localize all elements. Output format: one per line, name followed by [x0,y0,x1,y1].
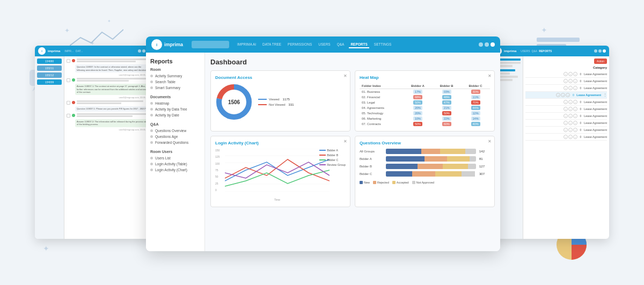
q-row-bidder-c: Bidder C 307 [360,171,490,177]
q-legend-new: New [360,181,370,184]
logo-icon: i [151,39,162,50]
nav-item-permissions[interactable]: PERMISSIONS [286,41,313,48]
sidebar-section-documents-title: Documents [150,95,200,99]
sidebar-item-activity-data-tree[interactable]: Activity by Data Tree [150,106,200,112]
heat-map-close[interactable]: ✕ [488,74,492,78]
right-nav-bar: i imprima USERS Q&A REPORTS [491,46,609,56]
svg-rect-0 [537,38,580,42]
nav-item-data-tree[interactable]: DATA TREE [261,41,283,48]
sidebar-item-heatmap[interactable]: Heatmap [150,100,200,106]
left-btn-1[interactable]: 134680 [37,59,62,64]
left-btn-3[interactable]: 133212 [37,72,62,78]
left-btn-2[interactable]: 133211 [37,65,62,71]
login-chart: 150 125 100 75 50 25 0 [215,149,346,202]
chart-svg-area [225,149,330,192]
legend-not-viewed-value: 331 [289,103,294,106]
donut-value: 1506 [228,99,240,105]
nav-item-users[interactable]: USERS [317,41,332,48]
q-row-all: All Groups 142 [360,149,490,154]
questions-overview-title: Questions Overview [360,141,490,145]
right-content: Action Category ○ ○ ○ 0 Lease Agreement … [491,56,609,239]
legend-viewed: Viewed 1175 [258,98,294,101]
nav-item-imprima-ai[interactable]: IMPRIMA AI [236,41,258,48]
left-logo: i [38,47,46,55]
questions-overview-close[interactable]: ✕ [488,139,492,144]
login-activity-close[interactable]: ✕ [343,139,347,144]
heat-map-card: Heat Map ✕ Folder Index Bidder A Bidder … [355,70,495,131]
sidebar-item-questions-age[interactable]: Questions Age [150,134,200,140]
right-header: Action [525,59,607,64]
sidebar-item-login-chart[interactable]: Login Activity (Chart) [150,167,200,173]
left-nav-bar: i imprima IMPR... DAT... [35,46,153,56]
nav-dots [479,42,495,47]
sidebar-item-smart-summary[interactable]: Smart Summary [150,85,200,91]
right-action-btn[interactable]: Action [594,59,607,64]
main-window: i imprima IMPRIMA AI DATA TREE PERMISSIO… [146,36,500,251]
questions-legend: New Rejected Accepted [360,181,490,184]
sidebar-item-search-table[interactable]: Search Table [150,79,200,85]
list-item-8[interactable]: ○ ○ ○ 0 Lease Agreement [525,120,607,127]
login-activity-card: Login Activity (Chart) ✕ 150 125 100 75 … [210,136,350,207]
legend-bidder-c: Bidder C [319,158,346,162]
q-legend-accepted: Accepted [392,181,409,184]
chart-legend: Bidder A Bidder B Bidder C [319,149,346,166]
sidebar-item-users-list[interactable]: Users List [150,155,200,161]
sidebar-section-documents: Documents Heatmap Activity by Data Tree … [150,95,200,118]
nav-item-qa[interactable]: Q&A [335,41,346,48]
left-main: Question 118037: In the contract or othe… [64,56,153,239]
main-content: Dashboard Document Access ✕ 1506 [205,53,500,251]
right-logo-text: imprima [504,49,516,53]
sidebar-section-room: Room Activity Summary Search Table Smart… [150,68,200,91]
sidebar: Reports Room Activity Summary Search Tab… [146,53,205,251]
document-access-close[interactable]: ✕ [343,74,347,78]
sidebar-item-activity-date[interactable]: Activity by Date [150,112,200,118]
dashboard-title: Dashboard [210,58,495,66]
sidebar-item-activity-summary[interactable]: Activity Summary [150,73,200,79]
nav-item-reports[interactable]: REPORTS [349,41,369,48]
sidebar-title: Reports [150,58,200,64]
heat-header-c: Bidder C [461,83,490,89]
q-legend-not-approved: Not Approved [412,181,434,184]
sidebar-section-qa-title: Q&A [150,122,200,126]
right-window: i imprima USERS Q&A REPORTS Action [491,46,609,239]
legend-bidder-b: Bidder B [319,154,346,157]
list-item-9[interactable]: ○ ○ ○ 0 Lease Agreement [525,127,607,134]
list-item-3[interactable]: ○ ○ ○ 0 Lease Agreement [525,85,607,92]
left-nav-item-1: IMPR... [64,49,74,53]
nav-item-settings[interactable]: SETTINGS [372,41,393,48]
heat-header-folder: Folder Index [360,83,404,89]
right-main: Action Category ○ ○ ○ 0 Lease Agreement … [523,56,609,239]
left-sidebar: 134680 133211 133212 134009 [35,56,64,239]
questions-overview-card: Questions Overview ✕ All Groups 142 [355,136,495,207]
list-item-4-selected[interactable]: ○ ○ ○ 0 Lease Agreement ⋮ [525,92,607,99]
doc-access-legend: Viewed 1175 Not Viewed 331 [258,98,294,106]
left-content: 134680 133211 133212 134009 Question 118… [35,56,153,239]
questions-overview-content: All Groups 142 Bidder A [360,149,490,184]
document-access-title: Document Access [215,75,346,80]
list-item-5[interactable]: ○ ○ ○ 0 Lease Agreement [525,99,607,106]
list-item-7[interactable]: ○ ○ ○ 0 Lease Agreement [525,113,607,120]
sidebar-item-forwarded-questions[interactable]: Forwarded Questions [150,140,200,145]
sidebar-item-questions-overview[interactable]: Questions Overview [150,128,200,134]
left-btn-4[interactable]: 134009 [37,79,62,85]
list-item-1[interactable]: ○ ○ ○ 0 Lease Agreement [525,71,607,78]
right-nav-item-2: Q&A [532,49,538,53]
heat-header-b: Bidder B [432,83,461,89]
list-item-6[interactable]: ○ ○ ○ 0 Lease Agreement [525,106,607,113]
left-chat-bubble-1: Question 118037: In the contract or othe… [75,64,151,76]
sparkle-2: ✦ [107,19,111,24]
nav-items: IMPRIMA AI DATA TREE PERMISSIONS USERS Q… [236,41,393,48]
sidebar-item-login-table[interactable]: Login Activity (Table) [150,161,200,167]
list-item-2[interactable]: ○ ○ ○ 0 Lease Agreement [525,78,607,85]
table-row: 05. Technology 20% 50% 12% [360,111,490,116]
table-row: 03. Legal 50% 47% 70% [360,100,490,105]
list-item-10[interactable]: ○ ○ ○ 0 Lease Agreement [525,134,607,141]
legend-bidder-a: Bidder A [319,149,346,152]
chart-y-labels: 150 125 100 75 50 25 0 [215,149,219,192]
q-row-bidder-a: Bidder A 81 [360,156,490,162]
right-nav-dots [594,49,606,53]
doc-access-content: 1506 Viewed 1175 Not Viewed 331 [215,83,346,121]
login-activity-title: Login Activity (Chart) [215,141,346,145]
donut-chart: 1506 [215,83,253,121]
sidebar-section-room-title: Room [150,68,200,71]
